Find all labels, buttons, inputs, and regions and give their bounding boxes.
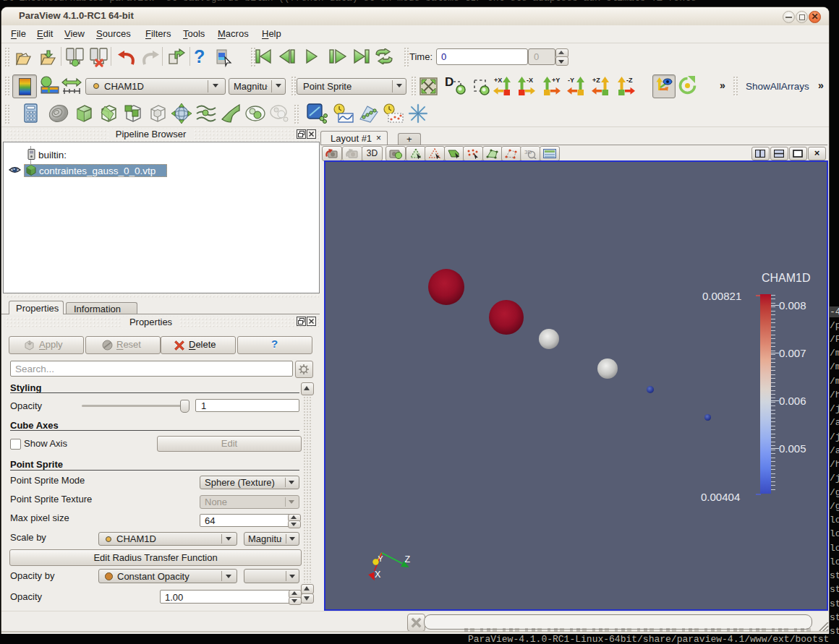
svg-text:X: X: [375, 570, 381, 580]
svg-text:Y: Y: [378, 554, 383, 563]
svg-text:+Z: +Z: [592, 77, 600, 84]
svg-text:-X: -X: [527, 77, 533, 84]
svg-text:-Z: -Z: [626, 77, 633, 84]
svg-text:Z: Z: [405, 554, 411, 564]
svg-text:+X: +X: [494, 77, 502, 84]
svg-text:+Y: +Y: [552, 77, 560, 84]
svg-text:-Y: -Y: [568, 77, 574, 84]
